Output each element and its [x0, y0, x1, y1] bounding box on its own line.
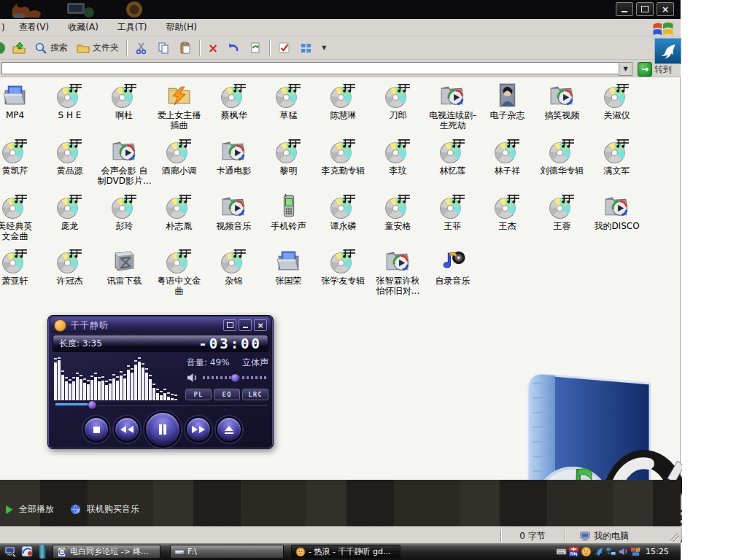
window-restore-button[interactable] [636, 2, 654, 16]
video-file-icon[interactable] [549, 82, 576, 109]
file-item[interactable]: 美经典英 文金曲 [0, 192, 42, 241]
video-file-icon[interactable] [220, 137, 247, 164]
menu-view[interactable]: 查看(V) [9, 21, 59, 34]
cd-file-icon[interactable] [56, 247, 83, 274]
taskbar-task-button[interactable]: - 热浪 - 千千静听 gd... [291, 545, 400, 559]
file-item[interactable]: 童安格 [371, 192, 425, 241]
folders-button[interactable]: 文件夹 [72, 39, 123, 58]
cd-file-icon[interactable] [384, 137, 411, 164]
folder-file-icon[interactable] [275, 247, 302, 274]
video-file-icon[interactable] [220, 192, 247, 219]
cd-file-icon[interactable] [111, 82, 138, 109]
file-item[interactable]: 黎明 [261, 137, 316, 186]
refresh-button[interactable] [244, 39, 266, 58]
volume-icon[interactable] [618, 546, 629, 557]
go-button[interactable]: → [638, 62, 652, 77]
video-file-icon[interactable] [384, 247, 411, 274]
file-item[interactable]: 杂锦 [206, 247, 261, 296]
file-item[interactable]: S H E [42, 82, 97, 131]
file-item[interactable]: 满文军 [589, 137, 644, 186]
views-button[interactable]: ▼ [295, 39, 330, 58]
keyboard-icon[interactable] [556, 546, 567, 557]
file-item[interactable]: 陈慧琳 [316, 82, 371, 131]
file-item[interactable]: 蔡枫华 [206, 82, 261, 131]
pause-button[interactable] [144, 411, 181, 448]
address-dropdown-button[interactable]: ▼ [619, 62, 632, 76]
video-file-icon[interactable] [439, 82, 466, 109]
file-item[interactable]: 粤语中文金 曲 [152, 247, 206, 296]
file-item[interactable]: 王蓉 [535, 192, 589, 241]
cd-file-icon[interactable] [330, 192, 357, 219]
file-item[interactable]: 自录音乐 [425, 247, 480, 296]
file-item[interactable]: 搞笑视频 [535, 82, 589, 131]
progress-slider[interactable] [55, 403, 267, 406]
note-file-icon[interactable] [439, 247, 466, 274]
taskbar-task-button[interactable]: F:\ [170, 545, 284, 559]
delete-button[interactable]: × [204, 39, 222, 58]
file-item[interactable]: 爱上女主播 插曲 [152, 82, 206, 131]
stop-button[interactable] [83, 416, 109, 443]
quicklaunch-browser-icon[interactable] [21, 545, 34, 558]
cd-file-icon[interactable] [603, 82, 630, 109]
window-minimize-button[interactable] [616, 2, 633, 16]
file-item[interactable]: 草猛 [261, 82, 316, 131]
cd-file-icon[interactable] [439, 137, 466, 164]
volume-slider[interactable] [203, 376, 267, 379]
cd-file-icon[interactable] [330, 247, 357, 274]
video-file-icon[interactable] [603, 192, 630, 219]
equalizer-button[interactable]: EQ [214, 389, 240, 400]
file-item[interactable]: 会声会影 自 制DVD影片... [97, 137, 152, 186]
volume-knob[interactable] [231, 373, 240, 383]
photo-file-icon[interactable] [494, 82, 521, 109]
speaker-icon[interactable] [187, 373, 198, 383]
file-item[interactable]: 谭永磷 [316, 192, 371, 241]
cd-file-icon[interactable] [330, 137, 357, 164]
file-item[interactable]: 电子杂志 [480, 82, 535, 131]
cd-file-icon[interactable] [220, 247, 247, 274]
file-item[interactable]: 我的DISCO [589, 192, 644, 241]
ttplayer-icon[interactable] [581, 546, 592, 557]
file-item[interactable]: 王杰 [480, 192, 535, 241]
cd-file-icon[interactable] [494, 192, 521, 219]
cd-file-icon[interactable] [56, 192, 83, 219]
file-item[interactable]: MP4 [0, 82, 42, 131]
cd-file-icon[interactable] [56, 82, 83, 109]
player-minimize-button[interactable] [239, 319, 252, 331]
previous-button[interactable] [114, 416, 140, 443]
graphics-icon[interactable] [630, 546, 641, 557]
file-item[interactable]: 视频音乐 [206, 192, 261, 241]
file-item[interactable]: 张学友专辑 [316, 247, 371, 296]
file-item[interactable]: 黄品源 [42, 137, 97, 186]
cd-file-icon[interactable] [384, 192, 411, 219]
menu-favorites[interactable]: 收藏(A) [58, 21, 108, 34]
file-item[interactable]: 啊杜 [97, 82, 152, 131]
cd-file-icon[interactable] [494, 137, 521, 164]
zip-file-icon[interactable] [166, 82, 193, 109]
file-item[interactable]: 讯雷下载 [97, 247, 152, 296]
cd-file-icon[interactable] [56, 137, 83, 164]
file-item[interactable]: 黄凯芹 [0, 137, 42, 186]
cd-file-icon[interactable] [166, 192, 193, 219]
file-item[interactable]: 李克勤专辑 [316, 137, 371, 186]
next-button[interactable] [185, 416, 212, 443]
eject-button[interactable] [216, 416, 242, 443]
box-file-icon[interactable] [111, 247, 138, 274]
cd-file-icon[interactable] [111, 192, 138, 219]
file-item[interactable]: 彭玲 [97, 192, 152, 241]
cd-file-icon[interactable] [603, 137, 630, 164]
file-item[interactable]: 朴志胤 [152, 192, 206, 241]
cd-file-icon[interactable] [166, 247, 193, 274]
file-item[interactable]: 刘德华专辑 [535, 137, 589, 186]
cd-file-icon[interactable] [330, 82, 357, 109]
swallow-icon[interactable] [593, 546, 604, 557]
cut-button[interactable] [131, 39, 152, 58]
menu-help[interactable]: 帮助(H) [157, 21, 206, 34]
file-item[interactable]: 庞龙 [42, 192, 97, 241]
file-item[interactable]: 萧亚轩 [0, 247, 42, 296]
taskbar-task-button[interactable]: 电白同乡论坛 -> 终... [53, 545, 160, 559]
address-input[interactable] [1, 62, 619, 74]
file-item[interactable]: 林子祥 [480, 137, 535, 186]
cd-file-icon[interactable] [549, 137, 576, 164]
menu-tools[interactable]: 工具(T) [108, 21, 157, 34]
cd-file-icon[interactable] [1, 137, 28, 164]
